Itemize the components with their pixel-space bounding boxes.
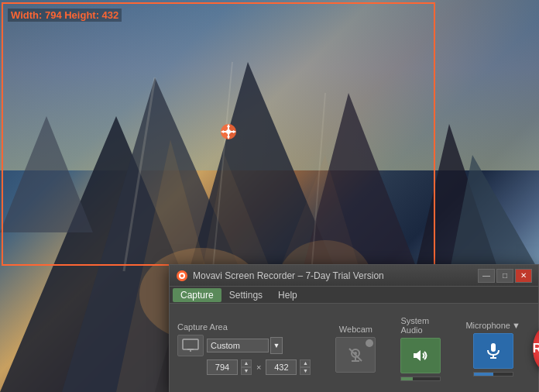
microphone-header: Microphone ▼ [465,321,520,330]
webcam-settings-badge [366,339,373,347]
close-button[interactable]: ✕ [515,269,532,283]
system-audio-volume-bar[interactable] [400,377,441,381]
capture-dropdown-row: Custom Full Screen Window ▼ [177,335,311,356]
capture-move-icon[interactable] [219,122,238,141]
microphone-section: Microphone ▼ [465,321,520,377]
height-down-button[interactable]: ▼ [300,367,311,375]
height-input[interactable]: 432 [266,359,297,375]
system-audio-section: System Audio [400,316,441,381]
screen-type-button[interactable] [177,335,204,356]
microphone-button[interactable] [473,333,513,369]
capture-controls: Custom Full Screen Window ▼ 794 ▲ ▼ × [177,335,311,375]
menu-settings[interactable]: Settings [221,288,270,302]
system-audio-label: System Audio [400,316,441,335]
microphone-volume-fill [474,373,493,376]
window-title: Movavi Screen Recorder – 7-Day Trial Ver… [193,270,478,281]
microphone-volume-bar[interactable] [473,372,513,377]
maximize-button[interactable]: □ [496,269,513,283]
width-input[interactable]: 794 [207,359,238,375]
svg-point-25 [180,274,184,277]
dropdown-arrow-icon[interactable]: ▼ [270,337,283,354]
app-window: Movavi Screen Recorder – 7-Day Trial Ver… [169,264,539,392]
capture-area-section: Capture Area Custom Full Screen Window [177,322,311,375]
webcam-icon [346,346,365,364]
webcam-label: Webcam [339,325,372,334]
width-spinner: ▲ ▼ [241,359,252,375]
crosshair-svg [219,122,238,141]
svg-marker-34 [414,350,421,361]
capture-area-label: Capture Area [177,322,311,332]
svg-rect-35 [491,343,496,352]
svg-point-18 [226,129,231,134]
height-up-button[interactable]: ▲ [300,359,311,367]
main-content: Capture Area Custom Full Screen Window [170,304,538,392]
screen-icon [182,339,199,352]
webcam-button[interactable] [335,337,376,373]
menu-capture[interactable]: Capture [173,288,221,302]
width-down-button[interactable]: ▼ [241,367,252,375]
rec-button[interactable]: REC [533,327,539,370]
speaker-icon [411,346,430,365]
system-audio-volume-fill [401,377,413,380]
svg-marker-10 [0,116,93,232]
webcam-section: Webcam [335,325,376,373]
microphone-dropdown-arrow[interactable]: ▼ [512,321,520,330]
microphone-icon [484,342,503,360]
title-bar: Movavi Screen Recorder – 7-Day Trial Ver… [170,265,538,287]
dimensions-row: 794 ▲ ▼ × 432 ▲ ▼ [207,359,311,375]
window-controls: — □ ✕ [478,269,532,283]
menu-bar: Capture Settings Help [170,287,538,304]
microphone-label: Microphone [465,321,510,330]
system-audio-button[interactable] [400,338,441,373]
capture-mode-dropdown[interactable]: Custom Full Screen Window [207,339,269,352]
height-spinner: ▲ ▼ [300,359,311,375]
minimize-button[interactable]: — [478,269,495,283]
width-up-button[interactable]: ▲ [241,359,252,367]
dimension-cross-icon: × [255,363,263,372]
menu-help[interactable]: Help [270,288,305,302]
svg-rect-26 [183,339,198,349]
app-icon [176,270,188,282]
